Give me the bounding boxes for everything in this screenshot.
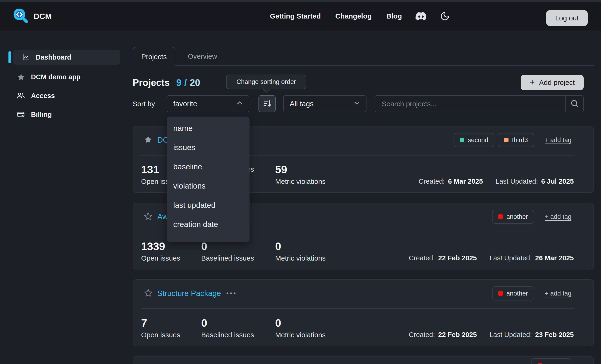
sort-dropdown-menu: name issues baseline violations last upd… — [167, 116, 250, 242]
nav-links: Getting Started Changelog Blog — [255, 2, 450, 30]
last-updated-date: 6 Jul 2025 — [541, 178, 574, 185]
last-updated-label: Last Updated: — [490, 331, 532, 339]
project-card-header: DC — [144, 133, 169, 147]
discord-icon[interactable] — [416, 11, 426, 22]
sort-option-baseline[interactable]: baseline — [167, 157, 250, 176]
tag-list — [528, 358, 571, 364]
tags-filter-select[interactable]: All tags — [283, 95, 366, 112]
nav-link-changelog[interactable]: Changelog — [335, 12, 372, 20]
sidebar-list: DCM demo app Access Billing — [7, 67, 120, 124]
tab-divider — [175, 66, 594, 66]
dark-mode-moon-icon[interactable] — [440, 11, 450, 21]
chevron-down-icon — [353, 99, 361, 109]
spacer — [480, 254, 486, 262]
project-card-header: Structure Package — [144, 286, 235, 300]
project-count-total: 20 — [190, 77, 200, 88]
tab-overview[interactable]: Overview — [188, 47, 217, 66]
nav-link-blog[interactable]: Blog — [386, 12, 402, 20]
tags-filter-value: All tags — [290, 100, 314, 108]
sort-field-value: favorite — [173, 100, 197, 108]
stat-metric-violations: 59 Metric violations — [275, 163, 326, 185]
sidebar-item-access[interactable]: Access — [7, 86, 120, 105]
stat-baselined-issues: 0 Baselined issues — [201, 317, 254, 339]
created-date: 6 Mar 2025 — [448, 178, 483, 185]
sidebar-item-dashboard[interactable]: Dashboard — [13, 50, 120, 65]
search-icon-button[interactable] — [565, 96, 583, 112]
add-tag-link[interactable]: + add tag — [545, 290, 571, 297]
dcm-logo-icon — [13, 8, 28, 24]
stat-value: 0 — [275, 317, 326, 329]
active-indicator-bar — [9, 51, 11, 63]
search-input[interactable] — [375, 96, 565, 112]
brand[interactable]: DCM — [13, 2, 52, 30]
tag-pill[interactable]: another — [492, 286, 534, 300]
project-count-current: 9 — [176, 77, 181, 88]
tag-color-swatch — [504, 138, 509, 142]
tag-pill[interactable]: third3 — [498, 133, 534, 147]
stat-label: Open issues — [141, 331, 180, 339]
project-card: Structure Package another + add tag 7 Op… — [133, 279, 594, 346]
sort-option-issues[interactable]: issues — [167, 138, 250, 157]
credit-card-icon — [17, 110, 25, 118]
created-label: Created: — [409, 331, 435, 339]
star-filled-icon — [17, 73, 25, 81]
project-name-link[interactable]: Aw — [157, 212, 168, 221]
tag-label: third3 — [512, 136, 528, 144]
favorite-star-outline-icon[interactable] — [144, 288, 153, 298]
sidebar-item-label: Billing — [31, 111, 52, 118]
sort-option-violations[interactable]: violations — [167, 176, 250, 196]
sidebar-item-dcm-demo-app[interactable]: DCM demo app — [7, 67, 120, 86]
tag-list: another + add tag — [489, 210, 571, 224]
sort-by-label: Sort by — [133, 95, 155, 112]
users-icon — [17, 92, 25, 100]
project-card-header: Aw — [144, 210, 168, 224]
tab-projects[interactable]: Projects — [133, 47, 175, 66]
stat-value: 7 — [141, 317, 180, 329]
card-dates: Created: 22 Feb 2025 Last Updated: 23 Fe… — [409, 331, 574, 339]
tag-color-swatch — [460, 138, 464, 142]
last-updated-label: Last Updated: — [490, 254, 532, 262]
sort-field-select[interactable]: favorite — [167, 95, 249, 112]
chevron-up-icon — [236, 99, 244, 109]
sort-option-creation-date[interactable]: creation date — [167, 215, 250, 234]
card-dates: Created: 6 Mar 2025 Last Updated: 6 Jul … — [419, 178, 574, 185]
sidebar-item-billing[interactable]: Billing — [7, 105, 120, 124]
stat-label: Baselined issues — [201, 331, 254, 339]
tag-label: another — [506, 213, 528, 220]
stat-label: Baselined issues — [201, 254, 254, 262]
sort-order-button[interactable] — [259, 95, 276, 112]
navbar: DCM Getting Started Changelog Blog Log o… — [0, 2, 601, 30]
plus-icon: + — [530, 78, 535, 86]
tag-pill[interactable]: another — [492, 210, 534, 224]
project-count-separator: / — [184, 77, 187, 88]
sort-option-name[interactable]: name — [167, 119, 250, 138]
tag-label: second — [468, 136, 488, 144]
tag-pill[interactable]: second — [454, 133, 494, 147]
sidebar-item-label: Dashboard — [36, 53, 71, 61]
add-project-label: Add project — [539, 78, 575, 86]
spacer — [480, 331, 486, 339]
favorite-star-outline-icon[interactable] — [144, 212, 153, 222]
project-name-link[interactable]: Structure Package — [157, 289, 221, 298]
search-icon — [570, 99, 579, 109]
logout-button[interactable]: Log out — [546, 10, 588, 26]
card-divider — [141, 308, 574, 309]
tag-color-swatch — [538, 363, 542, 364]
more-menu-icon[interactable] — [227, 292, 235, 294]
stat-label: Metric violations — [275, 331, 326, 339]
stat-metric-violations: 0 Metric violations — [275, 240, 326, 262]
created-label: Created: — [409, 254, 435, 262]
sort-option-last-updated[interactable]: last updated — [167, 196, 250, 215]
stat-open-issues: 7 Open issues — [141, 317, 180, 339]
tag-color-swatch — [498, 214, 503, 219]
tag-pill[interactable] — [531, 358, 571, 364]
add-project-button[interactable]: + Add project — [521, 75, 584, 90]
stat-metric-violations: 0 Metric violations — [275, 317, 326, 339]
favorite-star-filled-icon[interactable] — [144, 135, 153, 145]
add-tag-link[interactable]: + add tag — [545, 213, 571, 220]
add-tag-link[interactable]: + add tag — [545, 136, 571, 144]
nav-link-getting-started[interactable]: Getting Started — [270, 12, 321, 20]
sidebar-item-label: DCM demo app — [31, 73, 80, 81]
stat-open-issues: 1339 Open issues — [141, 240, 180, 262]
stat-value: 0 — [275, 240, 326, 252]
